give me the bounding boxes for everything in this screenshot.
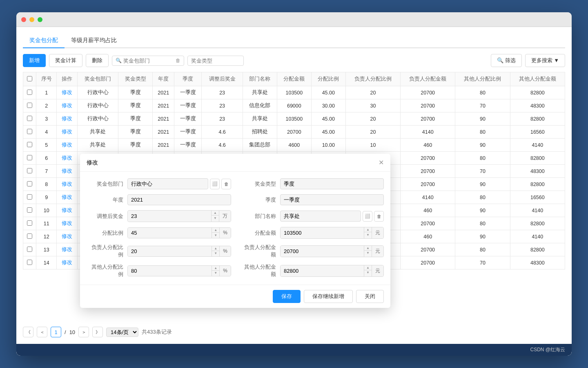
other-amt-down-btn[interactable]: ▼ bbox=[364, 270, 372, 275]
ratio-up-btn[interactable]: ▲ bbox=[212, 228, 219, 233]
mgr-ratio-up-btn[interactable]: ▲ bbox=[212, 246, 219, 251]
delete-dept-icon[interactable]: 🗑 bbox=[221, 179, 231, 189]
bonus-dept-input[interactable] bbox=[127, 178, 208, 189]
save-button[interactable]: 保存 bbox=[273, 290, 301, 303]
row-edit[interactable]: 修改 bbox=[57, 217, 77, 230]
mgr-amt-up-btn[interactable]: ▲ bbox=[364, 246, 372, 251]
toolbar: 新增 奖金计算 删除 🔍 🗑 🔍 筛选 更多搜索 ▼ bbox=[23, 54, 565, 67]
mgr-amt-spinners: ▲ ▼ bbox=[364, 246, 372, 257]
adj-up-btn[interactable]: ▲ bbox=[212, 211, 219, 215]
close-modal-button[interactable]: 关闭 bbox=[356, 290, 384, 303]
edit-link[interactable]: 修改 bbox=[62, 220, 72, 226]
row-checkbox[interactable] bbox=[27, 247, 32, 252]
row-checkbox[interactable] bbox=[27, 129, 32, 134]
other-ratio-up-btn[interactable]: ▲ bbox=[212, 266, 219, 271]
row-checkbox[interactable] bbox=[27, 181, 32, 186]
mgr-amt-down-btn[interactable]: ▼ bbox=[364, 251, 372, 256]
tab-bonus-distribution[interactable]: 奖金包分配 bbox=[23, 34, 65, 48]
edit-link[interactable]: 修改 bbox=[62, 90, 72, 95]
edit-link[interactable]: 修改 bbox=[62, 181, 72, 187]
more-search-button[interactable]: 更多搜索 ▼ bbox=[525, 54, 566, 67]
row-adj: 23 bbox=[202, 99, 243, 112]
quarter-input[interactable] bbox=[280, 194, 384, 205]
row-checkbox[interactable] bbox=[27, 142, 32, 147]
row-edit[interactable]: 修改 bbox=[57, 243, 77, 256]
table-row: 5 修改 共享处 季度 2021 一季度 4.6 集团总部 4600 10.00… bbox=[23, 139, 565, 152]
adj-down-btn[interactable]: ▼ bbox=[212, 215, 219, 220]
row-checkbox[interactable] bbox=[27, 168, 32, 173]
mgr-ratio-down-btn[interactable]: ▼ bbox=[212, 251, 219, 256]
search-dept-input[interactable] bbox=[123, 58, 172, 64]
row-edit[interactable]: 修改 bbox=[57, 99, 77, 112]
edit-link[interactable]: 修改 bbox=[62, 129, 72, 135]
row-edit[interactable]: 修改 bbox=[57, 139, 77, 152]
adj-bonus-input[interactable] bbox=[128, 211, 211, 222]
edit-link[interactable]: 修改 bbox=[62, 142, 72, 148]
edit-link[interactable]: 修改 bbox=[62, 168, 72, 174]
clear-search-icon[interactable]: 🗑 bbox=[176, 58, 180, 63]
dept-name-input[interactable] bbox=[280, 211, 361, 222]
bonus-type-input[interactable] bbox=[280, 178, 384, 189]
select-all-checkbox[interactable] bbox=[27, 76, 32, 81]
copy-dept-icon[interactable]: ⬜ bbox=[363, 211, 372, 222]
mgr-ratio-input[interactable] bbox=[128, 246, 212, 256]
row-checkbox[interactable] bbox=[27, 220, 32, 226]
save-continue-button[interactable]: 保存继续新增 bbox=[304, 290, 353, 303]
delete-dept-name-icon[interactable]: 🗑 bbox=[374, 211, 384, 222]
first-page-btn[interactable]: 《 bbox=[23, 327, 33, 337]
other-ratio-input[interactable] bbox=[128, 266, 212, 276]
amt-down-btn[interactable]: ▼ bbox=[364, 232, 372, 237]
edit-link[interactable]: 修改 bbox=[62, 103, 72, 108]
row-checkbox[interactable] bbox=[27, 233, 32, 239]
row-checkbox[interactable] bbox=[27, 194, 32, 200]
row-edit[interactable]: 修改 bbox=[57, 191, 77, 204]
edit-link[interactable]: 修改 bbox=[62, 207, 72, 213]
row-checkbox[interactable] bbox=[27, 103, 32, 108]
copy-icon[interactable]: ⬜ bbox=[210, 179, 220, 189]
row-checkbox[interactable] bbox=[27, 116, 32, 121]
row-checkbox[interactable] bbox=[27, 260, 32, 265]
last-page-btn[interactable]: 》 bbox=[92, 327, 103, 337]
delete-button[interactable]: 删除 bbox=[86, 54, 109, 67]
row-edit[interactable]: 修改 bbox=[57, 152, 77, 165]
row-checkbox[interactable] bbox=[27, 207, 32, 213]
other-amt-input[interactable] bbox=[281, 265, 364, 276]
current-page[interactable]: 1 bbox=[51, 327, 61, 337]
amt-up-btn[interactable]: ▲ bbox=[364, 227, 372, 232]
other-ratio-down-btn[interactable]: ▼ bbox=[212, 271, 219, 276]
alloc-ratio-input[interactable] bbox=[128, 228, 212, 238]
search-type-input[interactable] bbox=[191, 58, 240, 64]
row-edit[interactable]: 修改 bbox=[57, 112, 77, 126]
modal-close-icon[interactable]: ✕ bbox=[379, 159, 384, 166]
per-page-select[interactable]: 14条/页 20条/页 50条/页 bbox=[106, 328, 138, 337]
row-edit[interactable]: 修改 bbox=[57, 126, 77, 139]
year-input[interactable] bbox=[127, 194, 231, 205]
prev-page-btn[interactable]: ＜ bbox=[37, 327, 47, 337]
edit-link[interactable]: 修改 bbox=[62, 260, 72, 265]
row-checkbox[interactable] bbox=[27, 90, 32, 95]
edit-link[interactable]: 修改 bbox=[62, 233, 72, 239]
edit-link[interactable]: 修改 bbox=[62, 155, 72, 161]
mgr-amt-input[interactable] bbox=[281, 246, 364, 257]
calc-button[interactable]: 奖金计算 bbox=[49, 54, 82, 67]
edit-link[interactable]: 修改 bbox=[62, 194, 72, 200]
ratio-down-btn[interactable]: ▼ bbox=[212, 233, 219, 238]
tab-salary-ratio[interactable]: 等级月薪平均占比 bbox=[65, 34, 123, 48]
next-page-btn[interactable]: ＞ bbox=[78, 327, 89, 337]
edit-link[interactable]: 修改 bbox=[62, 247, 72, 252]
row-edit[interactable]: 修改 bbox=[57, 165, 77, 178]
alloc-amt-input[interactable] bbox=[281, 227, 364, 238]
row-edit[interactable]: 修改 bbox=[57, 178, 77, 191]
filter-button[interactable]: 🔍 筛选 bbox=[491, 54, 522, 67]
minimize-button[interactable] bbox=[29, 17, 34, 22]
row-edit[interactable]: 修改 bbox=[57, 230, 77, 243]
maximize-button[interactable] bbox=[38, 17, 42, 22]
other-amt-up-btn[interactable]: ▲ bbox=[364, 265, 372, 270]
close-button[interactable] bbox=[21, 17, 26, 22]
row-checkbox[interactable] bbox=[27, 155, 32, 160]
add-button[interactable]: 新增 bbox=[23, 54, 46, 67]
row-edit[interactable]: 修改 bbox=[57, 256, 77, 269]
row-edit[interactable]: 修改 bbox=[57, 86, 77, 99]
row-edit[interactable]: 修改 bbox=[57, 204, 77, 217]
edit-link[interactable]: 修改 bbox=[62, 116, 72, 121]
